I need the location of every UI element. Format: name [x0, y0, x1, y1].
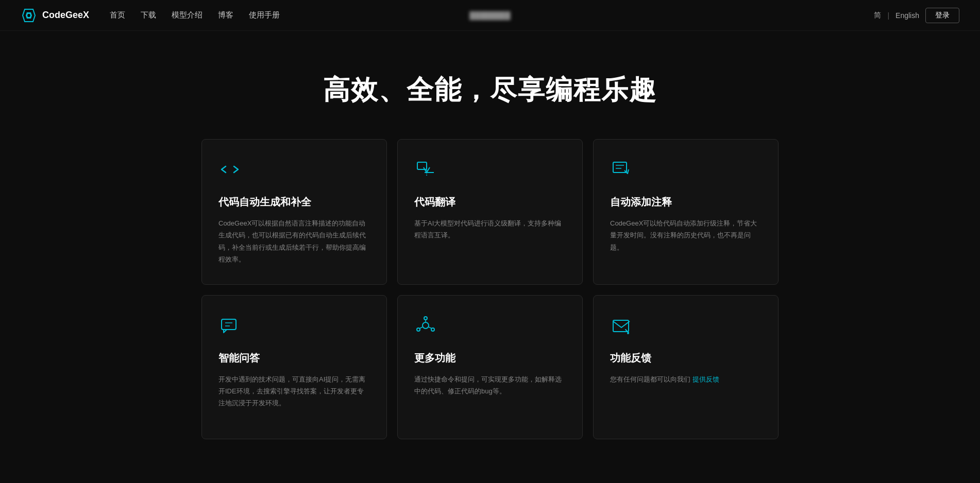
navbar-right: 简 | English 登录: [874, 8, 959, 23]
feature-desc-comment: CodeGeeX可以给代码自动添加行级注释，节省大量开发时间。没有注释的历史代码…: [610, 217, 762, 253]
logo-text: CodeGeeX: [42, 10, 89, 21]
lang-zh-button[interactable]: 简: [874, 11, 881, 20]
svg-line-18: [429, 327, 432, 329]
feedback-icon: [610, 314, 762, 339]
feature-desc-translate: 基于AI大模型对代码进行语义级翻译，支持多种编程语言互译。: [414, 217, 566, 242]
navbar: CodeGeeX 首页 下载 模型介绍 博客 使用手册 ████████ 简 |…: [0, 0, 980, 31]
comment-icon: [610, 158, 762, 183]
logo-icon: [21, 7, 37, 24]
feature-title-feedback: 功能反馈: [610, 351, 762, 365]
feature-desc-more: 通过快捷命令和提问，可实现更多功能，如解释选中的代码、修正代码的bug等。: [414, 373, 566, 398]
features-grid-row1: 代码自动生成和补全 CodeGeeX可以根据自然语言注释描述的功能自动生成代码，…: [201, 139, 779, 285]
feature-title-code-gen: 代码自动生成和补全: [218, 195, 370, 209]
navbar-center: ████████: [469, 11, 510, 20]
login-button[interactable]: 登录: [925, 8, 959, 23]
hero-section: 高效、全能，尽享编程乐趣: [0, 31, 980, 139]
features-section: 代码自动生成和补全 CodeGeeX可以根据自然语言注释描述的功能自动生成代码，…: [181, 139, 799, 480]
nav-item-download[interactable]: 下载: [141, 10, 156, 20]
nav-links: 首页 下载 模型介绍 博客 使用手册: [110, 10, 280, 20]
nav-search-blur: ████████: [469, 11, 510, 20]
feature-desc-code-gen: CodeGeeX可以根据自然语言注释描述的功能自动生成代码，也可以根据已有的代码…: [218, 217, 370, 266]
nav-item-manual[interactable]: 使用手册: [249, 10, 280, 20]
svg-rect-9: [222, 319, 236, 330]
logo-link[interactable]: CodeGeeX: [21, 7, 89, 24]
feature-title-comment: 自动添加注释: [610, 195, 762, 209]
feature-title-qa: 智能问答: [218, 351, 370, 365]
feature-desc-feedback: 您有任何问题都可以向我们 提供反馈: [610, 373, 762, 385]
features-grid-row2: 智能问答 开发中遇到的技术问题，可直接向AI提问，无需离开IDE环境，去搜索引擎…: [201, 295, 779, 439]
navbar-left: CodeGeeX 首页 下载 模型介绍 博客 使用手册: [21, 7, 280, 24]
hero-title: 高效、全能，尽享编程乐趣: [21, 72, 959, 108]
feature-card-translate: 代码翻译 基于AI大模型对代码进行语义级翻译，支持多种编程语言互译。: [397, 139, 583, 285]
nav-item-model[interactable]: 模型介绍: [172, 10, 202, 20]
svg-marker-2: [27, 14, 30, 17]
qa-icon: [218, 314, 370, 339]
nav-item-home[interactable]: 首页: [110, 10, 125, 20]
translate-icon: [414, 158, 566, 183]
feature-card-feedback: 功能反馈 您有任何问题都可以向我们 提供反馈: [593, 295, 779, 439]
feature-title-more: 更多功能: [414, 351, 566, 365]
feedback-link[interactable]: 提供反馈: [692, 375, 719, 383]
svg-point-12: [423, 322, 429, 329]
feature-desc-qa: 开发中遇到的技术问题，可直接向AI提问，无需离开IDE环境，去搜索引擎寻找答案，…: [218, 373, 370, 409]
svg-point-21: [627, 332, 629, 334]
feature-card-code-gen: 代码自动生成和补全 CodeGeeX可以根据自然语言注释描述的功能自动生成代码，…: [201, 139, 387, 285]
main-content: 高效、全能，尽享编程乐趣 代码自动生成和补全 CodeGeeX可以根据自然语言注…: [0, 0, 980, 480]
feature-card-comment: 自动添加注释 CodeGeeX可以给代码自动添加行级注释，节省大量开发时间。没有…: [593, 139, 779, 285]
svg-line-17: [419, 327, 423, 329]
lang-separator: |: [887, 11, 889, 20]
feature-card-qa: 智能问答 开发中遇到的技术问题，可直接向AI提问，无需离开IDE环境，去搜索引擎…: [201, 295, 387, 439]
svg-point-13: [424, 317, 427, 320]
svg-rect-3: [417, 162, 427, 169]
nav-item-blog[interactable]: 博客: [218, 10, 233, 20]
code-icon: [218, 158, 370, 183]
feature-title-translate: 代码翻译: [414, 195, 566, 209]
more-icon: [414, 314, 566, 339]
feature-card-more: 更多功能 通过快捷命令和提问，可实现更多功能，如解释选中的代码、修正代码的bug…: [397, 295, 583, 439]
lang-en-button[interactable]: English: [895, 11, 919, 20]
